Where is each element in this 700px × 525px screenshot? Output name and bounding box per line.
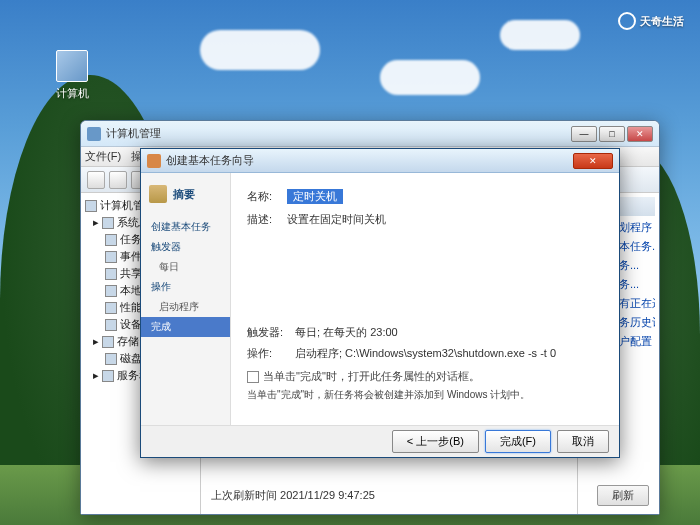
step-start-program[interactable]: 启动程序 [141,297,230,317]
wizard-title: 创建基本任务向导 [166,153,573,168]
log-icon [105,251,117,263]
mgmt-app-icon [87,127,101,141]
watermark: 天奇生活 [618,12,684,30]
desc-value: 设置在固定时间关机 [287,212,386,227]
toolbar-forward-icon[interactable] [109,171,127,189]
open-properties-checkbox[interactable] [247,371,259,383]
desktop-icon-computer[interactable]: 计算机 [48,50,96,101]
folder-icon [102,217,114,229]
computer-icon [56,50,88,82]
wizard-side-title: 摘要 [173,187,195,202]
minimize-button[interactable]: — [571,126,597,142]
action-label: 操作: [247,346,295,361]
desc-label: 描述: [247,212,287,227]
step-create[interactable]: 创建基本任务 [141,217,230,237]
close-button[interactable]: ✕ [627,126,653,142]
wizard-sidebar: 摘要 创建基本任务 触发器 每日 操作 启动程序 完成 [141,173,231,425]
clock-icon [105,234,117,246]
wizard-app-icon [147,154,161,168]
step-daily[interactable]: 每日 [141,257,230,277]
mgmt-titlebar[interactable]: 计算机管理 — □ ✕ [81,121,659,147]
folder-icon [85,200,97,212]
mgmt-title: 计算机管理 [106,126,571,141]
step-trigger[interactable]: 触发器 [141,237,230,257]
status-text: 上次刷新时间 2021/11/29 9:47:25 [211,488,375,503]
refresh-button[interactable]: 刷新 [597,485,649,506]
step-finish[interactable]: 完成 [141,317,230,337]
name-value: 定时关机 [287,189,343,204]
trigger-label: 触发器: [247,325,295,340]
wizard-note: 当单击"完成"时，新任务将会被创建并添加到 Windows 计划中。 [247,388,603,402]
create-basic-task-wizard: 创建基本任务向导 ✕ 摘要 创建基本任务 触发器 每日 操作 启动程序 完成 名… [140,148,620,458]
folder-icon [105,268,117,280]
device-icon [105,319,117,331]
menu-file[interactable]: 文件(F) [85,149,121,164]
action-value: 启动程序; C:\Windows\system32\shutdown.exe -… [295,346,556,361]
disk-icon [105,353,117,365]
finish-button[interactable]: 完成(F) [485,430,551,453]
trigger-value: 每日; 在每天的 23:00 [295,325,398,340]
toolbar-back-icon[interactable] [87,171,105,189]
name-label: 名称: [247,189,287,204]
watermark-icon [618,12,636,30]
wizard-close-button[interactable]: ✕ [573,153,613,169]
summary-icon [149,185,167,203]
back-button[interactable]: < 上一步(B) [392,430,479,453]
mgmt-status-bar: 上次刷新时间 2021/11/29 9:47:25 刷新 [211,485,649,506]
cancel-button[interactable]: 取消 [557,430,609,453]
maximize-button[interactable]: □ [599,126,625,142]
wizard-titlebar[interactable]: 创建基本任务向导 ✕ [141,149,619,173]
gear-icon [102,370,114,382]
chart-icon [105,302,117,314]
storage-icon [102,336,114,348]
checkbox-label: 当单击"完成"时，打开此任务属性的对话框。 [263,369,480,384]
wizard-main-panel: 名称: 定时关机 描述: 设置在固定时间关机 触发器: 每日; 在每天的 23:… [231,173,619,425]
step-action[interactable]: 操作 [141,277,230,297]
users-icon [105,285,117,297]
desktop-icon-label: 计算机 [48,86,96,101]
wizard-footer: < 上一步(B) 完成(F) 取消 [141,425,619,457]
